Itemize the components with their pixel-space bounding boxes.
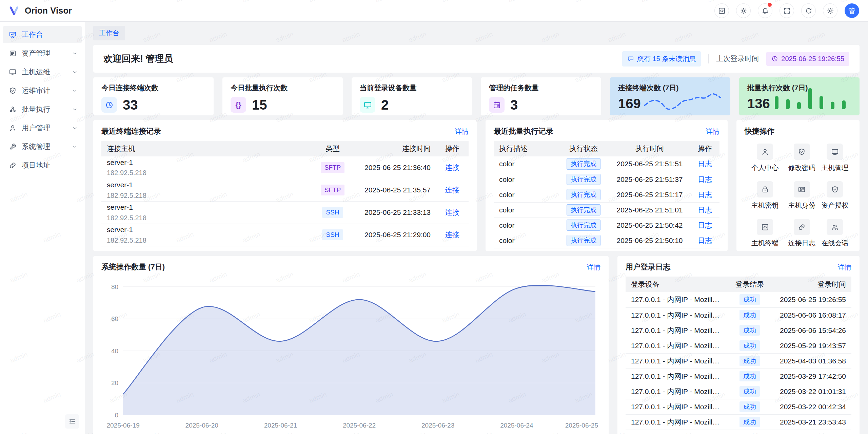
log-link[interactable]: 日志 <box>698 191 712 199</box>
connect-link[interactable]: 连接 <box>445 164 459 171</box>
table-header-row: 登录设备登录结果登录时间 <box>626 277 851 292</box>
login-time: 2025-03-21 23:53:43 <box>772 414 851 430</box>
connect-link[interactable]: 连接 <box>445 208 459 216</box>
quick-action-label: 主机身份 <box>788 201 815 210</box>
sidebar-collapse-button[interactable] <box>65 414 79 429</box>
sidebar-item-link[interactable]: 项目地址 <box>3 157 82 174</box>
terminal-records-table: 连接主机类型连接时间操作 server-1182.92.5.218SFTP202… <box>101 141 469 246</box>
batch-records-title: 最近批量执行记录 <box>494 126 553 136</box>
quick-actions-panel: 快捷操作 个人中心修改密码主机管理主机密钥主机身份资产授权主机终端连接日志在线会… <box>736 120 860 251</box>
svg-text:2025-06-24: 2025-06-24 <box>500 422 533 429</box>
exec-description: color <box>494 233 558 248</box>
unread-messages-pill[interactable]: 您有 15 条未读消息 <box>622 51 701 67</box>
quick-action-lock[interactable]: 主机密钥 <box>745 181 785 210</box>
orion-visor-logo-icon <box>9 6 20 16</box>
quick-action-users[interactable]: 在线会话 <box>818 219 852 248</box>
login-log-row: 127.0.0.1 - 内网IP - Mozilla/5.0 (Windows … <box>626 292 851 307</box>
log-link[interactable]: 日志 <box>698 175 712 183</box>
wrench-icon <box>9 143 17 151</box>
breadcrumb-item-workbench[interactable]: 工作台 <box>93 26 125 40</box>
sidebar-item-assets[interactable]: 资产管理 <box>3 45 82 62</box>
exec-time: 2025-06-25 21:50:10 <box>609 233 690 248</box>
theme-icon <box>740 7 747 15</box>
sidebar-item-shield[interactable]: 运维审计 <box>3 82 82 99</box>
connection-type-tag: SFTP <box>321 162 345 173</box>
host-name: server-1 <box>107 180 309 189</box>
assets-icon <box>9 50 17 57</box>
log-link[interactable]: 日志 <box>698 160 712 168</box>
column-header: 执行时间 <box>609 141 690 156</box>
login-log-row: 127.0.0.1 - 内网IP - Mozilla/5.0 (Windows … <box>626 323 851 338</box>
login-device: 127.0.0.1 - 内网IP - Mozilla/5.0 (Windows … <box>626 307 728 323</box>
sidebar-item-user[interactable]: 用户管理 <box>3 119 82 136</box>
stat-value: 3 <box>510 97 518 113</box>
quick-action-label: 在线会话 <box>821 239 848 248</box>
chevron-down-icon <box>72 88 78 94</box>
log-link[interactable]: 日志 <box>698 237 712 244</box>
connect-link[interactable]: 连接 <box>445 231 459 239</box>
login-log-row: 127.0.0.1 - 内网IP - Mozilla/5.0 (Windows … <box>626 399 851 414</box>
login-logs-detail-link[interactable]: 详情 <box>838 263 851 272</box>
code-button[interactable] <box>714 3 729 18</box>
login-device: 127.0.0.1 - 内网IP - Mozilla/5.0 (Windows … <box>626 399 728 414</box>
app-title: Orion Visor <box>25 6 72 16</box>
connection-time: 2025-06-25 21:35:57 <box>351 179 436 201</box>
quick-action-label: 主机管理 <box>821 163 848 172</box>
terminal-record-row: server-1182.92.5.218SSH2025-06-25 21:33:… <box>101 201 469 224</box>
login-device: 127.0.0.1 - 内网IP - Mozilla/5.0 (Windows … <box>626 384 728 399</box>
quick-action-user[interactable]: 个人中心 <box>745 144 785 172</box>
task-icon <box>493 101 501 109</box>
fullscreen-button[interactable] <box>780 3 794 18</box>
exec-time: 2025-06-25 21:51:51 <box>609 156 690 172</box>
sidebar-item-nodes[interactable]: 批量执行 <box>3 101 82 118</box>
quick-action-label: 主机终端 <box>751 239 778 248</box>
top-bar: Orion Visor 管 <box>0 0 868 22</box>
exec-time: 2025-06-25 21:51:37 <box>609 172 690 187</box>
login-log-row: 127.0.0.1 - 内网IP - Mozilla/5.0 (Windows … <box>626 384 851 399</box>
clock-icon <box>771 55 778 62</box>
svg-text:20: 20 <box>111 380 118 387</box>
log-link[interactable]: 日志 <box>698 221 712 229</box>
settings-button[interactable] <box>823 3 837 18</box>
chevron-down-icon <box>72 69 78 75</box>
batch-records-detail-link[interactable]: 详情 <box>706 127 719 136</box>
quick-action-shield[interactable]: 修改密码 <box>785 144 818 172</box>
sidebar-item-label: 用户管理 <box>22 123 67 133</box>
connection-type-tag: SSH <box>322 207 343 218</box>
batch-7d-sparkbars <box>773 86 851 110</box>
breadcrumb: 工作台 <box>93 26 860 40</box>
log-link[interactable]: 日志 <box>698 206 712 214</box>
column-header: 登录设备 <box>626 277 728 292</box>
users-icon <box>831 223 839 231</box>
quick-action-label: 个人中心 <box>751 163 778 172</box>
theme-button[interactable] <box>736 3 751 18</box>
exec-description: color <box>494 156 558 172</box>
refresh-button[interactable] <box>801 3 816 18</box>
exec-time: 2025-06-25 21:51:17 <box>609 187 690 202</box>
batch-record-row: color执行完成2025-06-25 21:50:10日志 <box>494 233 719 248</box>
system-operations-detail-link[interactable]: 详情 <box>587 263 600 272</box>
sidebar-item-label: 批量执行 <box>22 105 67 114</box>
sidebar: 工作台资产管理主机运维运维审计批量执行用户管理系统管理项目地址 <box>0 22 85 434</box>
sidebar-item-label: 工作台 <box>22 30 78 39</box>
sidebar-item-workbench[interactable]: 工作台 <box>3 26 82 43</box>
sidebar-item-monitor[interactable]: 主机运维 <box>3 63 82 80</box>
quick-action-shield[interactable]: 资产授权 <box>818 181 852 210</box>
table-header-row: 连接主机类型连接时间操作 <box>101 141 469 156</box>
stat-card-3: 管理的任务数量3 <box>481 77 601 115</box>
quick-action-monitor[interactable]: 主机管理 <box>818 144 852 172</box>
terminal-records-detail-link[interactable]: 详情 <box>455 127 469 136</box>
quick-action-code[interactable]: 主机终端 <box>745 219 785 248</box>
quick-action-link[interactable]: 连接日志 <box>785 219 818 248</box>
connect-link[interactable]: 连接 <box>445 186 459 194</box>
quick-action-idcard[interactable]: 主机身份 <box>785 181 818 210</box>
notification-button[interactable] <box>758 3 772 18</box>
batch-7d-card: 批量执行次数 (7日)136 <box>739 77 860 115</box>
sidebar-item-label: 项目地址 <box>22 161 78 170</box>
sidebar-item-wrench[interactable]: 系统管理 <box>3 138 82 155</box>
exec-status-tag: 执行完成 <box>567 174 600 185</box>
exec-time: 2025-06-25 21:50:42 <box>609 218 690 233</box>
host-name: server-1 <box>107 225 309 234</box>
user-avatar[interactable]: 管 <box>845 3 859 18</box>
terminal-record-row: server-1182.92.5.218SFTP2025-06-25 21:36… <box>101 156 469 179</box>
